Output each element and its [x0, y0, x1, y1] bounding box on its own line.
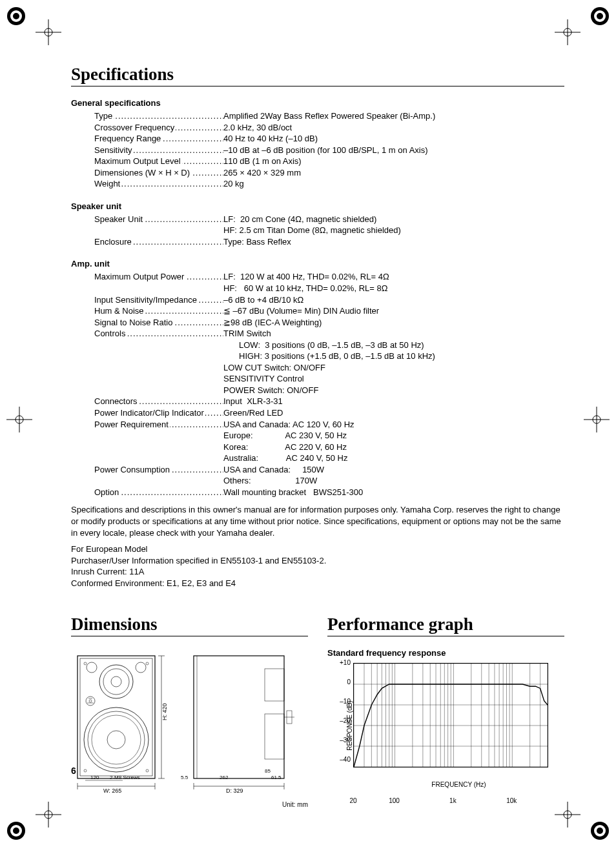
spec-value: Amplified 2Way Bass Reflex Powered Speak… [223, 110, 564, 122]
spec-continuation: SENSITIVITY Control [94, 373, 564, 385]
speaker-spec-list: Speaker UnitLF: 20 cm Cone (4Ω, magnetic… [71, 214, 564, 248]
spec-row: Power ConsumptionUSA and Canada: 150W [94, 464, 564, 476]
spec-label: Power Requirement [94, 419, 223, 431]
spec-label: Controls [94, 328, 223, 340]
spec-value: LF: 120 W at 400 Hz, THD= 0.02%, RL= 4Ω [223, 271, 564, 283]
spec-row: Dimensiones (W × H × D)265 × 420 × 329 m… [94, 167, 564, 179]
disclaimer-text: Specifications and descriptions in this … [71, 504, 564, 538]
dim-unit-label: Unit: mm [71, 801, 308, 808]
general-spec-list: TypeAmplified 2Way Bass Reflex Powered S… [71, 110, 564, 190]
spec-row: Power RequirementUSA and Canada: AC 120 … [94, 419, 564, 431]
svg-point-47 [84, 769, 87, 772]
amp-spec-list: Maximum Output PowerLF: 120 W at 400 Hz,… [71, 271, 564, 498]
spec-row: Maximum Output PowerLF: 120 W at 400 Hz,… [94, 271, 564, 283]
svg-rect-58 [194, 656, 284, 778]
spec-value: ≧98 dB (IEC-A Weighting) [223, 317, 564, 329]
spec-label: Signal to Noise Ratio [94, 317, 223, 329]
performance-heading: Performance graph [327, 614, 564, 636]
ytick-label: +10 [335, 659, 351, 678]
spec-value: Input XLR-3-31 [223, 396, 564, 407]
xtick-label: 10k [506, 797, 517, 804]
svg-text:2-M8 Screws: 2-M8 Screws [110, 775, 140, 780]
spec-row: Input Sensitivity/Impedance–6 dB to +4 d… [94, 294, 564, 306]
spec-row: Weight20 kg [94, 178, 564, 190]
svg-rect-31 [80, 658, 152, 776]
speaker-subhead: Speaker unit [71, 201, 564, 211]
svg-point-46 [146, 662, 149, 665]
spec-value: USA and Canada: 150W [223, 464, 564, 476]
spec-label: Frequency Range [94, 133, 223, 145]
spec-row: Power Indicator/Clip IndicatorGreen/Red … [94, 407, 564, 419]
svg-point-48 [146, 769, 149, 772]
svg-point-36 [136, 662, 146, 673]
spec-row: TypeAmplified 2Way Bass Reflex Powered S… [94, 110, 564, 122]
dim-width-label: W: 265 [103, 787, 121, 794]
svg-point-44 [107, 731, 125, 749]
spec-value: –6 dB to +4 dB/10 kΩ [223, 294, 564, 306]
spec-row: Sensitivity–10 dB at –6 dB position (for… [94, 145, 564, 156]
spec-value: 265 × 420 × 329 mm [223, 167, 564, 179]
frequency-response-chart: RESPONSE (dB) +100–10–20–30–40 201001k10… [353, 663, 564, 788]
spec-label: Input Sensitivity/Impedance [94, 294, 223, 306]
spec-value: Green/Red LED [223, 407, 564, 419]
specifications-heading: Specifications [71, 65, 564, 86]
spec-row: ControlsTRIM Switch [94, 328, 564, 340]
spec-value: TRIM Switch [223, 328, 564, 340]
spec-row: Frequency Range40 Hz to 40 kHz (–10 dB) [94, 133, 564, 145]
spec-label: Option [94, 487, 223, 498]
euro-line: For European Model [71, 543, 564, 555]
spec-continuation: LOW CUT Switch: ON/OFF [94, 362, 564, 374]
spec-label: Weight [94, 178, 223, 190]
dim-height-label: H: 420 [161, 704, 168, 721]
spec-row: Crossover Frequency2.0 kHz, 30 dB/oct [94, 122, 564, 134]
spec-continuation: Korea: AC 220 V, 60 Hz [94, 442, 564, 453]
spec-label: Maximum Output Level [94, 156, 223, 167]
spec-label: Sensitivity [94, 145, 223, 156]
spec-value: 20 kg [223, 178, 564, 190]
ytick-label: –20 [335, 717, 351, 736]
spec-continuation: POWER Switch: ON/OFF [94, 385, 564, 396]
ytick-label: –10 [335, 698, 351, 717]
page-number: 6 [71, 766, 76, 776]
svg-point-42 [88, 711, 145, 768]
spec-continuation: LOW: 3 positions (0 dB, –1.5 dB, –3 dB a… [94, 340, 564, 351]
chart-xlabel: FREQUENCY (Hz) [353, 781, 564, 788]
svg-rect-61 [265, 714, 284, 759]
euro-line: Inrush Current: 11A [71, 566, 564, 578]
spec-row: Speaker UnitLF: 20 cm Cone (4Ω, magnetic… [94, 214, 564, 225]
spec-label: Power Indicator/Clip Indicator [94, 407, 223, 419]
svg-point-35 [87, 662, 97, 673]
spec-continuation: HF: 2.5 cm Titan Dome (8Ω, magnetic shie… [94, 225, 564, 236]
spec-value: USA and Canada: AC 120 V, 60 Hz [223, 419, 564, 431]
spec-continuation: Others: 170W [94, 475, 564, 487]
spec-row: Maximum Output Level110 dB (1 m on Axis) [94, 156, 564, 167]
spec-value: Wall mounting bracket BWS251-300 [223, 487, 564, 498]
spec-label: Speaker Unit [94, 214, 223, 225]
xtick-label: 100 [389, 797, 400, 804]
spec-continuation: Australia: AC 240 V, 50 Hz [94, 452, 564, 464]
euro-line: Purchaser/User Information specified in … [71, 555, 564, 567]
spec-label: Crossover Frequency [94, 122, 223, 134]
spec-label: Dimensiones (W × H × D) [94, 167, 223, 179]
svg-point-34 [111, 676, 121, 687]
spec-row: Signal to Noise Ratio≧98 dB (IEC-A Weigh… [94, 317, 564, 329]
svg-point-38 [89, 700, 92, 702]
svg-rect-30 [77, 656, 155, 778]
spec-row: ConnectorsInput XLR-3-31 [94, 396, 564, 407]
svg-text:D: 329: D: 329 [226, 787, 243, 794]
spec-value: –10 dB at –6 dB position (for 100 dB/SPL… [223, 145, 564, 156]
spec-label: Power Consumption [94, 464, 223, 476]
ytick-label: –30 [335, 736, 351, 756]
spec-continuation: HIGH: 3 positions (+1.5 dB, 0 dB, –1.5 d… [94, 350, 564, 362]
amp-subhead: Amp. unit [71, 259, 564, 269]
spec-value: 110 dB (1 m on Axis) [223, 156, 564, 167]
svg-point-37 [86, 696, 95, 706]
dimensions-heading: Dimensions [71, 614, 308, 636]
svg-text:262: 262 [220, 775, 229, 780]
xtick-label: 20 [349, 797, 356, 804]
spec-label: Connectors [94, 396, 223, 407]
spec-value: LF: 20 cm Cone (4Ω, magnetic shielded) [223, 214, 564, 225]
spec-row: EnclosureType: Bass Reflex [94, 236, 564, 248]
svg-point-33 [103, 669, 129, 695]
svg-point-32 [99, 665, 133, 698]
